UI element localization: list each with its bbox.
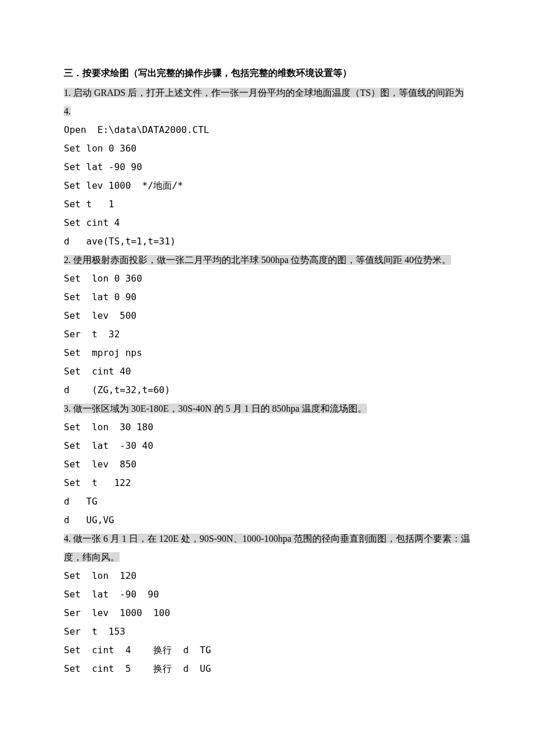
question-block-3: 3. 做一张区域为 30E-180E，30S-40N 的 5 月 1 日的 85… (64, 399, 470, 530)
question-text-3: 3. 做一张区域为 30E-180E，30S-40N 的 5 月 1 日的 85… (64, 404, 367, 413)
code-line: d TG (64, 492, 470, 511)
code-line: Set lev 850 (64, 455, 470, 474)
code-line: Set lon 30 180 (64, 418, 470, 437)
question-block-4: 4. 做一张 6 月 1 日，在 120E 处，90S-90N、1000-100… (64, 530, 470, 678)
code-line: Set lon 0 360 (64, 139, 470, 158)
code-line: Set cint 5 换行 d UG (64, 660, 470, 678)
question-text-2: 2. 使用极射赤面投影，做一张二月平均的北半球 500hpa 位势高度的图，等值… (64, 255, 451, 265)
code-line: Open E:\data\DATA2000.CTL (64, 121, 470, 139)
code-line: Ser t 153 (64, 622, 470, 641)
answer-block-2: Set lon 0 360 Set lat 0 90 Set lev 500 S… (64, 269, 470, 399)
answer-block-1: Open E:\data\DATA2000.CTL Set lon 0 360 … (64, 121, 470, 251)
code-line: Set lev 500 (64, 307, 470, 325)
question-text-4: 4. 做一张 6 月 1 日，在 120E 处，90S-90N、1000-100… (64, 534, 470, 562)
code-line: Set t 122 (64, 474, 470, 492)
code-line: Set cint 4 换行 d TG (64, 641, 470, 660)
code-line: Ser t 32 (64, 325, 470, 344)
question-block-1: 1. 启动 GRADS 后，打开上述文件，作一张一月份平均的全球地面温度（TS）… (64, 84, 470, 251)
code-line: Set mproj nps (64, 344, 470, 362)
code-line: Set lon 120 (64, 567, 470, 585)
code-line: d ave(TS,t=1,t=31) (64, 232, 470, 251)
code-line: d UG,VG (64, 511, 470, 530)
code-line: Set cint 40 (64, 362, 470, 381)
code-line: Set lat -30 40 (64, 437, 470, 455)
code-line: Set lat -90 90 (64, 585, 470, 604)
code-line: Set cint 4 (64, 214, 470, 232)
section-heading: 三．按要求绘图（写出完整的操作步骤，包括完整的维数环境设置等） (64, 64, 470, 82)
code-line: Set t 1 (64, 195, 470, 214)
question-block-2: 2. 使用极射赤面投影，做一张二月平均的北半球 500hpa 位势高度的图，等值… (64, 251, 470, 399)
question-text-1: 1. 启动 GRADS 后，打开上述文件，作一张一月份平均的全球地面温度（TS）… (64, 88, 464, 116)
code-line: Set lat 0 90 (64, 288, 470, 307)
answer-block-3: Set lon 30 180 Set lat -30 40 Set lev 85… (64, 418, 470, 530)
code-line: d (ZG,t=32,t=60) (64, 381, 470, 399)
code-line: Set lat -90 90 (64, 158, 470, 177)
code-line: Set lon 0 360 (64, 269, 470, 288)
code-line: Ser lev 1000 100 (64, 604, 470, 622)
code-line: Set lev 1000 */地面/* (64, 177, 470, 195)
answer-block-4: Set lon 120 Set lat -90 90 Ser lev 1000 … (64, 567, 470, 678)
